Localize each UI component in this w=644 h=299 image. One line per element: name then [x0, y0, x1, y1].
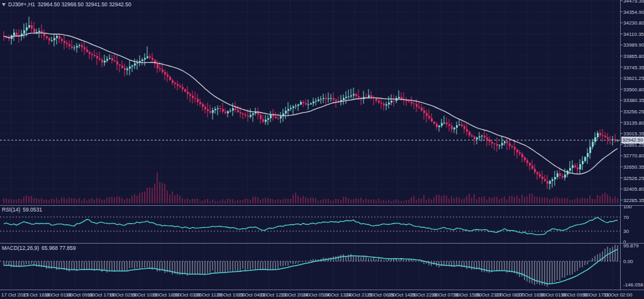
price-axis-label: 34475.35 [623, 0, 644, 4]
price-axis-label: 32770.80 [623, 153, 644, 159]
price-axis-label: 34354.90 [623, 9, 644, 15]
macd-axis-label: 0.00 [623, 259, 633, 264]
rsi-axis-label: 30 [623, 228, 629, 234]
current-price-badge: 32942.50 [621, 137, 644, 144]
pane-splitter-rsi[interactable] [0, 205, 644, 206]
chart-canvas[interactable] [0, 0, 644, 299]
price-axis-label: 32285.35 [623, 198, 644, 203]
price-axis-label: 33015.35 [623, 131, 644, 137]
pane-splitter-macd[interactable] [0, 243, 644, 244]
macd-axis-label: 95.879 [623, 243, 638, 249]
price-axis-label: 34230.80 [623, 20, 644, 26]
price-axis-label: 32526.25 [623, 176, 644, 181]
rsi-axis-label: 70 [623, 215, 629, 220]
rsi-name: RSI(14) [2, 206, 20, 213]
symbol-timeframe-label: DJ30#+,H1 [8, 1, 35, 8]
rsi-value: 59.0531 [23, 206, 42, 213]
price-axis-label: 33621.25 [623, 76, 644, 81]
price-axis-separator [620, 0, 621, 290]
rsi-indicator-label: RSI(14)59.0531 [2, 206, 42, 213]
macd-axis-label: -146.058 [623, 282, 643, 288]
price-axis-label: 33256.25 [623, 109, 644, 115]
price-axis-label: 32650.35 [623, 164, 644, 170]
symbol-dropdown-icon[interactable] [2, 3, 6, 6]
price-axis-label: 34110.35 [623, 31, 644, 37]
price-axis-label: 33500.80 [623, 87, 644, 93]
chart-title-bar: DJ30#+,H1 32964.50 32968.50 32941.50 329… [2, 1, 131, 8]
price-axis-label: 33745.35 [623, 65, 644, 71]
price-axis-label: 33989.90 [623, 42, 644, 48]
time-axis-separator [0, 290, 644, 290]
macd-indicator-label: MACD(12,26,9)65.968 77.859 [2, 245, 75, 251]
macd-value: 65.968 77.859 [42, 245, 75, 251]
price-axis-label: 33135.80 [623, 120, 644, 126]
ohlc-readout: 32964.50 32968.50 32941.50 32942.50 [38, 1, 131, 8]
price-axis-label: 33380.35 [623, 98, 644, 103]
price-axis-label: 32405.80 [623, 186, 644, 192]
price-axis-label: 33865.80 [623, 54, 644, 59]
trading-chart-window: DJ30#+,H1 32964.50 32968.50 32941.50 329… [0, 0, 644, 299]
macd-name: MACD(12,26,9) [2, 245, 39, 251]
time-axis-label: 31 Oct 02:00 [604, 292, 633, 298]
